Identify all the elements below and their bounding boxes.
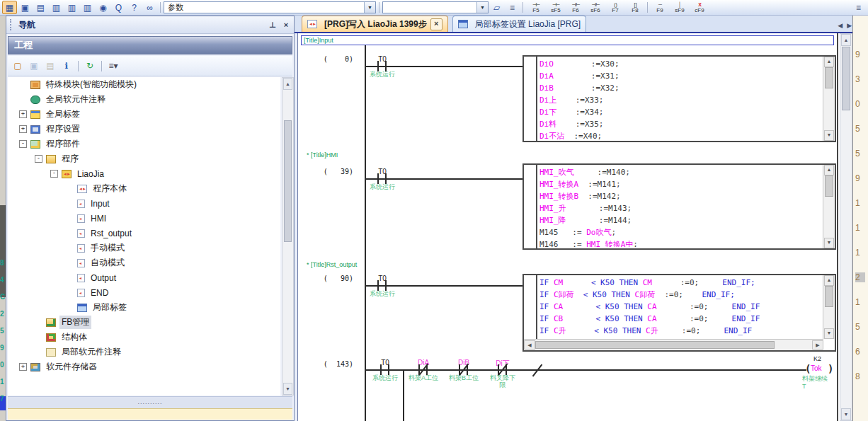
ladder-symbol-f7-button[interactable]: ( )F7: [605, 1, 625, 15]
tree-item-Input[interactable]: Input: [8, 196, 280, 211]
tree-scrollbar[interactable]: ▲ ▼: [282, 77, 294, 396]
tree-item-特殊模块-智能功能模块-[interactable]: 特殊模块(智能功能模块): [8, 77, 280, 92]
st-line[interactable]: IF C卸荷 < K50 THEN C卸荷 :=0; END_IF;: [539, 289, 822, 301]
verify-with-plc-button-icon[interactable]: ▥: [80, 1, 95, 14]
st-line[interactable]: HMI_转换B :=M142;: [539, 190, 822, 202]
scroll-down-icon[interactable]: ▼: [824, 238, 834, 248]
device-search-button-icon[interactable]: Q: [111, 1, 126, 14]
data-info-icon[interactable]: ℹ: [59, 59, 74, 73]
st-box-content[interactable]: HMI_吹气 :=M140;HMI_转换A :=M141;HMI_转换B :=M…: [539, 166, 822, 247]
st-line[interactable]: HMI_降 :=M144;: [539, 214, 822, 226]
scrollbar-thumb[interactable]: [842, 47, 850, 110]
scroll-down-icon[interactable]: ▼: [841, 408, 851, 420]
tab-local-label-settings[interactable]: 局部标签设置 LiaoJia [PRG]: [452, 16, 586, 32]
tree-item-程序[interactable]: -程序: [8, 151, 280, 166]
st-box-content[interactable]: DiO :=X30;DiA :=X31;DiB :=X32;Di上 :=X33;…: [539, 58, 822, 139]
st-box-content[interactable]: IF CM < K50 THEN CM :=0; END_IF;IF C卸荷 <…: [539, 277, 822, 338]
parameter-combo[interactable]: 参数 ▼: [164, 1, 376, 13]
find-button-icon[interactable]: ∞: [142, 1, 157, 14]
toolbar-overflow-icon[interactable]: ≡: [505, 1, 520, 14]
st-inline-box-1[interactable]: DiO :=X30;DiA :=X31;DiB :=X32;Di上 :=X33;…: [522, 55, 836, 142]
tree-item-Output[interactable]: Output: [8, 270, 280, 285]
toolbar-overflow-icon[interactable]: ≡: [851, 1, 866, 14]
ladder-symbol-f5-button[interactable]: ⊣⊢F5: [526, 1, 546, 15]
tree-item-结构体[interactable]: 结构体: [8, 330, 280, 345]
expand-icon[interactable]: +: [19, 363, 27, 371]
chevron-down-icon[interactable]: ▼: [364, 2, 375, 13]
st-line[interactable]: HMI_升 :=M143;: [539, 202, 822, 214]
scroll-down-icon[interactable]: ▼: [824, 130, 834, 141]
ladder-symbol-sf5-button[interactable]: ⊣⊢sF5: [546, 1, 566, 15]
tree-item-LiaoJia[interactable]: -LiaoJia: [8, 166, 280, 181]
statement-title[interactable]: [Title]Input: [301, 35, 834, 45]
collapse-icon[interactable]: -: [35, 155, 42, 163]
tree-item-手动模式[interactable]: 手动模式: [8, 241, 280, 255]
tree-item-FB管理[interactable]: FB管理: [8, 315, 280, 330]
editor-scrollbar[interactable]: ▲ ▼: [840, 33, 852, 421]
tree-item-软元件存储器[interactable]: +软元件存储器: [8, 359, 280, 374]
expand-icon[interactable]: +: [19, 125, 27, 133]
tab-prg-write-liaojia[interactable]: [PRG]写入 LiaoJia 1399步 ×: [302, 16, 448, 32]
panel-splitter[interactable]: ..........: [8, 396, 292, 408]
scrollbar-thumb[interactable]: [825, 286, 833, 307]
st-line[interactable]: IF CM < K50 THEN CM :=0; END_IF;: [539, 277, 822, 289]
st-box-vscrollbar[interactable]: ▲▼: [823, 57, 835, 141]
sort-icon[interactable]: ≡▾: [106, 59, 120, 73]
ladder-editor[interactable]: [Title]Input * [Title]HMI * [Title]Rst_o…: [297, 33, 852, 421]
scroll-down-icon[interactable]: ▼: [824, 328, 834, 339]
tree-item-全局软元件注释[interactable]: 全局软元件注释: [8, 92, 280, 107]
page-find-icon[interactable]: ▱: [489, 1, 504, 14]
scroll-left-icon[interactable]: ◀: [524, 340, 535, 350]
pin-icon[interactable]: ⊥: [267, 20, 278, 30]
st-line[interactable]: Di不沾 :=X40;: [539, 130, 822, 139]
monitor-mode-button-icon[interactable]: ◉: [96, 1, 110, 14]
help-button-icon[interactable]: ?: [127, 1, 142, 14]
tree-item-Rst-output[interactable]: Rst_output: [8, 226, 280, 241]
st-line[interactable]: IF C降 < K50 THEN C降 :=0; END_IF: [539, 337, 822, 338]
coil-label[interactable]: Tok: [811, 364, 822, 372]
scroll-down-icon[interactable]: ▼: [283, 383, 292, 395]
st-box-hscrollbar[interactable]: ◀▶: [524, 339, 823, 350]
ladder-symbol-f8-button[interactable]: [ ]F8: [625, 1, 645, 15]
write-to-plc-button-icon[interactable]: ▥: [49, 1, 64, 14]
navigation-window-button-icon[interactable]: ▦: [2, 1, 17, 14]
scroll-up-icon[interactable]: ▲: [824, 165, 834, 175]
tree-item-局部软元件注释[interactable]: 局部软元件注释: [8, 345, 280, 359]
st-inline-box-2[interactable]: HMI_吹气 :=M140;HMI_转换A :=M141;HMI_转换B :=M…: [522, 163, 836, 250]
document-button-icon[interactable]: ▤: [33, 1, 48, 14]
st-inline-box-3[interactable]: IF CM < K50 THEN CM :=0; END_IF;IF C卸荷 <…: [522, 274, 836, 352]
ladder-symbol-sf6-button[interactable]: ⊣/⊢sF6: [586, 1, 605, 15]
st-line[interactable]: DiB :=X32;: [539, 82, 822, 94]
st-line[interactable]: IF CA < K50 THEN CA :=0; END_IF: [539, 301, 822, 313]
st-line[interactable]: M146 := HMI_转换A中;: [539, 238, 822, 247]
scrollbar-thumb[interactable]: [825, 175, 833, 197]
tab-scroll-left-icon[interactable]: ◀: [838, 22, 843, 29]
st-box-vscrollbar[interactable]: ▲▼: [823, 165, 835, 248]
close-icon[interactable]: ×: [280, 20, 292, 30]
ladder-symbol-f9-button[interactable]: ─F9: [650, 1, 670, 15]
st-line[interactable]: IF CB < K50 THEN CA :=0; END_IF: [539, 313, 822, 325]
scrollbar-thumb[interactable]: [825, 67, 833, 88]
tree-item-程序部件[interactable]: -程序部件: [8, 137, 280, 151]
tree-item-END[interactable]: END: [8, 285, 280, 300]
scrollbar-thumb[interactable]: [535, 341, 775, 349]
st-line[interactable]: DiO :=X30;: [539, 58, 822, 70]
scroll-up-icon[interactable]: ▲: [824, 275, 834, 286]
scroll-up-icon[interactable]: ▲: [824, 57, 834, 67]
tree-item-程序本体[interactable]: 程序本体: [8, 181, 280, 196]
tree-item-HMI[interactable]: HMI: [8, 211, 280, 226]
tree-item-局部标签[interactable]: 局部标签: [8, 300, 280, 315]
contact-T0[interactable]: [377, 61, 387, 71]
ladder-symbol-sf9-button[interactable]: │sF9: [670, 1, 690, 15]
collapse-icon[interactable]: -: [50, 170, 58, 178]
st-box-vscrollbar[interactable]: ▲▼: [823, 275, 835, 339]
st-line[interactable]: DiA :=X31;: [539, 70, 822, 82]
contact-T0[interactable]: [380, 364, 389, 375]
tab-scroll-right-icon[interactable]: ▶: [847, 22, 852, 29]
tree-item-自动模式[interactable]: 自动模式: [8, 255, 280, 270]
device-combo[interactable]: ▼: [382, 1, 489, 13]
module-configuration-button-icon[interactable]: ▣: [18, 1, 33, 14]
drag-grip[interactable]: [10, 19, 15, 30]
scroll-up-icon[interactable]: ▲: [283, 78, 292, 90]
st-line[interactable]: IF C升 < K50 THEN C升 :=0; END_IF: [539, 325, 822, 337]
